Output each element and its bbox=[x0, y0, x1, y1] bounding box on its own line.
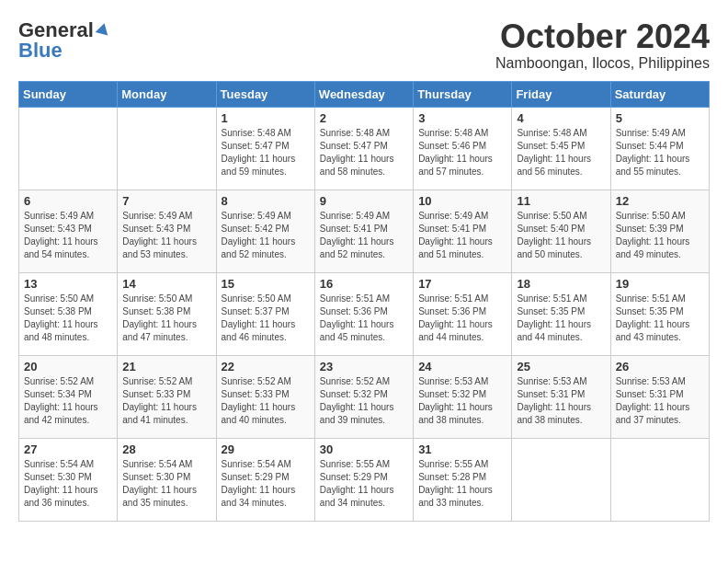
day-cell: 9 Sunrise: 5:49 AMSunset: 5:41 PMDayligh… bbox=[314, 190, 413, 272]
day-details: Sunrise: 5:51 AMSunset: 5:36 PMDaylight:… bbox=[418, 293, 493, 342]
day-details: Sunrise: 5:50 AMSunset: 5:38 PMDaylight:… bbox=[122, 293, 197, 342]
day-details: Sunrise: 5:48 AMSunset: 5:47 PMDaylight:… bbox=[222, 128, 296, 177]
day-cell bbox=[512, 438, 610, 521]
day-cell: 31 Sunrise: 5:55 AMSunset: 5:28 PMDaylig… bbox=[414, 438, 512, 521]
day-details: Sunrise: 5:53 AMSunset: 5:31 PMDaylight:… bbox=[616, 376, 690, 425]
day-number: 26 bbox=[616, 360, 704, 373]
day-cell: 21 Sunrise: 5:52 AMSunset: 5:33 PMDaylig… bbox=[118, 355, 216, 438]
day-cell: 17 Sunrise: 5:51 AMSunset: 5:36 PMDaylig… bbox=[414, 272, 512, 355]
calendar-table: SundayMondayTuesdayWednesdayThursdayFrid… bbox=[18, 81, 710, 522]
day-cell: 23 Sunrise: 5:52 AMSunset: 5:32 PMDaylig… bbox=[314, 355, 413, 438]
week-row-1: 1 Sunrise: 5:48 AMSunset: 5:47 PMDayligh… bbox=[19, 107, 710, 190]
header-cell-sunday: Sunday bbox=[19, 81, 118, 107]
day-number: 23 bbox=[320, 360, 408, 373]
week-row-4: 20 Sunrise: 5:52 AMSunset: 5:34 PMDaylig… bbox=[19, 355, 710, 438]
day-cell: 15 Sunrise: 5:50 AMSunset: 5:37 PMDaylig… bbox=[216, 272, 314, 355]
day-cell: 5 Sunrise: 5:49 AMSunset: 5:44 PMDayligh… bbox=[610, 107, 709, 190]
logo-blue-text: Blue bbox=[18, 39, 63, 63]
day-details: Sunrise: 5:52 AMSunset: 5:33 PMDaylight:… bbox=[122, 376, 197, 425]
day-number: 1 bbox=[222, 111, 310, 125]
day-cell: 29 Sunrise: 5:54 AMSunset: 5:29 PMDaylig… bbox=[216, 438, 314, 521]
day-cell: 18 Sunrise: 5:51 AMSunset: 5:35 PMDaylig… bbox=[512, 272, 610, 355]
day-number: 6 bbox=[24, 194, 112, 208]
day-number: 5 bbox=[616, 111, 704, 125]
day-cell: 11 Sunrise: 5:50 AMSunset: 5:40 PMDaylig… bbox=[512, 190, 610, 272]
header-row: SundayMondayTuesdayWednesdayThursdayFrid… bbox=[19, 81, 710, 107]
day-cell bbox=[118, 107, 216, 190]
header-cell-monday: Monday bbox=[118, 81, 216, 107]
day-details: Sunrise: 5:55 AMSunset: 5:29 PMDaylight:… bbox=[320, 459, 394, 508]
day-details: Sunrise: 5:54 AMSunset: 5:30 PMDaylight:… bbox=[122, 459, 197, 508]
day-details: Sunrise: 5:54 AMSunset: 5:30 PMDaylight:… bbox=[24, 459, 98, 508]
week-row-5: 27 Sunrise: 5:54 AMSunset: 5:30 PMDaylig… bbox=[19, 438, 710, 521]
day-details: Sunrise: 5:54 AMSunset: 5:29 PMDaylight:… bbox=[222, 459, 296, 508]
day-details: Sunrise: 5:48 AMSunset: 5:46 PMDaylight:… bbox=[418, 128, 493, 177]
day-number: 9 bbox=[320, 194, 408, 208]
month-title: October 2024 bbox=[495, 18, 710, 55]
day-number: 15 bbox=[222, 277, 310, 291]
day-details: Sunrise: 5:48 AMSunset: 5:45 PMDaylight:… bbox=[517, 128, 591, 177]
week-row-2: 6 Sunrise: 5:49 AMSunset: 5:43 PMDayligh… bbox=[19, 190, 710, 272]
day-cell: 10 Sunrise: 5:49 AMSunset: 5:41 PMDaylig… bbox=[414, 190, 512, 272]
day-details: Sunrise: 5:53 AMSunset: 5:32 PMDaylight:… bbox=[418, 376, 493, 425]
page-header: General Blue October 2024 Namboongan, Il… bbox=[18, 18, 710, 72]
location-title: Namboongan, Ilocos, Philippines bbox=[495, 55, 710, 72]
day-number: 18 bbox=[517, 277, 605, 291]
day-number: 25 bbox=[517, 360, 605, 373]
day-details: Sunrise: 5:52 AMSunset: 5:33 PMDaylight:… bbox=[222, 376, 296, 425]
day-number: 30 bbox=[320, 442, 408, 456]
title-area: October 2024 Namboongan, Ilocos, Philipp… bbox=[495, 18, 710, 72]
day-cell: 12 Sunrise: 5:50 AMSunset: 5:39 PMDaylig… bbox=[610, 190, 709, 272]
day-details: Sunrise: 5:53 AMSunset: 5:31 PMDaylight:… bbox=[517, 376, 591, 425]
day-number: 22 bbox=[222, 360, 310, 373]
day-cell: 25 Sunrise: 5:53 AMSunset: 5:31 PMDaylig… bbox=[512, 355, 610, 438]
day-details: Sunrise: 5:49 AMSunset: 5:41 PMDaylight:… bbox=[320, 211, 394, 259]
day-number: 21 bbox=[122, 360, 210, 373]
day-details: Sunrise: 5:50 AMSunset: 5:37 PMDaylight:… bbox=[222, 293, 296, 342]
day-number: 4 bbox=[517, 111, 605, 125]
day-details: Sunrise: 5:51 AMSunset: 5:36 PMDaylight:… bbox=[320, 293, 394, 342]
day-cell: 20 Sunrise: 5:52 AMSunset: 5:34 PMDaylig… bbox=[19, 355, 118, 438]
day-number: 11 bbox=[517, 194, 605, 208]
header-cell-thursday: Thursday bbox=[414, 81, 512, 107]
logo-triangle-icon bbox=[96, 21, 111, 35]
day-number: 20 bbox=[24, 360, 112, 373]
day-details: Sunrise: 5:55 AMSunset: 5:28 PMDaylight:… bbox=[418, 459, 493, 508]
day-number: 28 bbox=[122, 442, 210, 456]
day-number: 2 bbox=[320, 111, 408, 125]
day-details: Sunrise: 5:52 AMSunset: 5:34 PMDaylight:… bbox=[24, 376, 98, 425]
day-cell bbox=[610, 438, 709, 521]
day-number: 24 bbox=[418, 360, 506, 373]
header-cell-wednesday: Wednesday bbox=[314, 81, 413, 107]
day-details: Sunrise: 5:49 AMSunset: 5:43 PMDaylight:… bbox=[24, 211, 98, 259]
logo: General Blue bbox=[18, 18, 109, 63]
day-details: Sunrise: 5:49 AMSunset: 5:43 PMDaylight:… bbox=[122, 211, 197, 259]
day-details: Sunrise: 5:51 AMSunset: 5:35 PMDaylight:… bbox=[517, 293, 591, 342]
day-number: 7 bbox=[122, 194, 210, 208]
day-number: 29 bbox=[222, 442, 310, 456]
day-details: Sunrise: 5:51 AMSunset: 5:35 PMDaylight:… bbox=[616, 293, 690, 342]
day-cell: 8 Sunrise: 5:49 AMSunset: 5:42 PMDayligh… bbox=[216, 190, 314, 272]
day-cell: 19 Sunrise: 5:51 AMSunset: 5:35 PMDaylig… bbox=[610, 272, 709, 355]
header-cell-saturday: Saturday bbox=[610, 81, 709, 107]
day-cell: 26 Sunrise: 5:53 AMSunset: 5:31 PMDaylig… bbox=[610, 355, 709, 438]
header-cell-friday: Friday bbox=[512, 81, 610, 107]
week-row-3: 13 Sunrise: 5:50 AMSunset: 5:38 PMDaylig… bbox=[19, 272, 710, 355]
day-cell: 4 Sunrise: 5:48 AMSunset: 5:45 PMDayligh… bbox=[512, 107, 610, 190]
calendar-header: SundayMondayTuesdayWednesdayThursdayFrid… bbox=[19, 81, 710, 107]
day-cell: 24 Sunrise: 5:53 AMSunset: 5:32 PMDaylig… bbox=[414, 355, 512, 438]
day-cell: 27 Sunrise: 5:54 AMSunset: 5:30 PMDaylig… bbox=[19, 438, 118, 521]
day-details: Sunrise: 5:52 AMSunset: 5:32 PMDaylight:… bbox=[320, 376, 394, 425]
day-number: 10 bbox=[418, 194, 506, 208]
calendar-body: 1 Sunrise: 5:48 AMSunset: 5:47 PMDayligh… bbox=[19, 107, 710, 521]
day-number: 31 bbox=[418, 442, 506, 456]
day-cell: 3 Sunrise: 5:48 AMSunset: 5:46 PMDayligh… bbox=[414, 107, 512, 190]
day-number: 14 bbox=[122, 277, 210, 291]
day-details: Sunrise: 5:50 AMSunset: 5:40 PMDaylight:… bbox=[517, 211, 591, 259]
day-number: 16 bbox=[320, 277, 408, 291]
day-cell: 6 Sunrise: 5:49 AMSunset: 5:43 PMDayligh… bbox=[19, 190, 118, 272]
day-cell: 28 Sunrise: 5:54 AMSunset: 5:30 PMDaylig… bbox=[118, 438, 216, 521]
day-details: Sunrise: 5:48 AMSunset: 5:47 PMDaylight:… bbox=[320, 128, 394, 177]
day-number: 13 bbox=[24, 277, 112, 291]
day-details: Sunrise: 5:49 AMSunset: 5:41 PMDaylight:… bbox=[418, 211, 493, 259]
